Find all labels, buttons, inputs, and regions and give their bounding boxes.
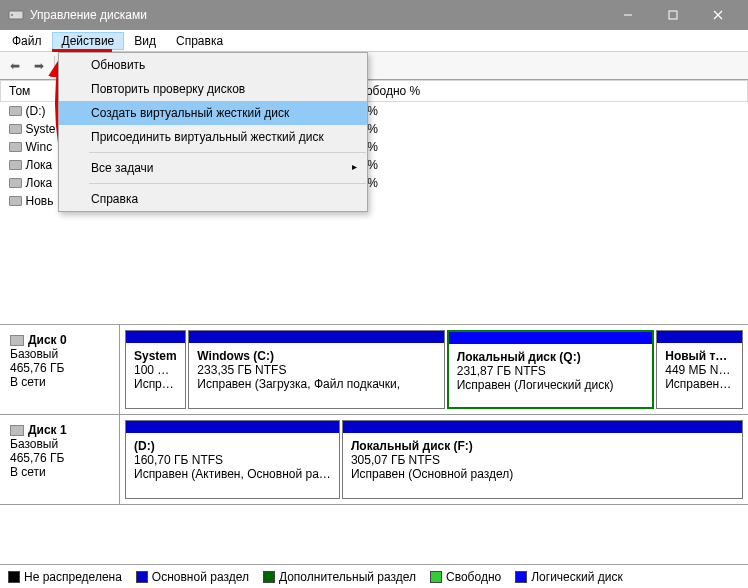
nav-forward-button[interactable]: ➡ [28,55,50,77]
dropdown-item-1[interactable]: Повторить проверку дисков [59,77,367,101]
partition-stripe [657,331,742,343]
window-title: Управление дисками [30,8,605,22]
partition[interactable]: Windows (C:)233,35 ГБ NTFSИсправен (Загр… [188,330,444,409]
volume-icon [9,196,22,206]
dropdown-separator [89,183,366,184]
toolbar-separator [54,56,55,76]
dropdown-item-5[interactable]: Все задачи [59,156,367,180]
dropdown-separator [89,152,366,153]
partition-stripe [449,332,653,344]
partition-stripe [189,331,443,343]
column-header[interactable]: Свободно % [343,81,748,102]
dropdown-item-3[interactable]: Присоединить виртуальный жесткий диск [59,125,367,149]
svg-point-1 [11,14,13,16]
volume-icon [9,160,22,170]
volume-icon [9,178,22,188]
titlebar[interactable]: Управление дисками [0,0,748,30]
dropdown-item-7[interactable]: Справка [59,187,367,211]
legend-item: Основной раздел [136,570,249,584]
menubar: ФайлДействиеВидСправка [0,30,748,52]
dropdown-item-0[interactable]: Обновить [59,53,367,77]
legend-swatch [430,571,442,583]
nav-back-button[interactable]: ⬅ [4,55,26,77]
partition[interactable]: Новый том (Z:)449 МБ NTFSИсправен (Осно [656,330,743,409]
close-button[interactable] [695,0,740,30]
disk-row: Диск 0Базовый465,76 ГБВ сетиSystem100 МБ… [0,325,748,415]
dropdown-item-2[interactable]: Создать виртуальный жесткий диск [59,101,367,125]
disks-pane[interactable]: Диск 0Базовый465,76 ГБВ сетиSystem100 МБ… [0,325,748,564]
volume-icon [9,106,22,116]
legend-swatch [136,571,148,583]
disk-info[interactable]: Диск 1Базовый465,76 ГБВ сети [0,415,120,504]
menu-item-1[interactable]: Действие [52,32,125,50]
partition[interactable]: System100 МБ NTFИсправен ( [125,330,186,409]
menu-item-0[interactable]: Файл [2,32,52,50]
legend-swatch [263,571,275,583]
disk-icon [10,335,24,346]
maximize-button[interactable] [650,0,695,30]
partition[interactable]: Локальный диск (Q:)231,87 ГБ NTFSИсправе… [447,330,655,409]
legend-swatch [8,571,20,583]
svg-rect-3 [669,11,677,19]
partition[interactable]: Локальный диск (F:)305,07 ГБ NTFSИсправе… [342,420,743,499]
disk-info[interactable]: Диск 0Базовый465,76 ГБВ сети [0,325,120,414]
disk-row: Диск 1Базовый465,76 ГБВ сети(D:)160,70 Г… [0,415,748,505]
legend-item: Дополнительный раздел [263,570,416,584]
minimize-button[interactable] [605,0,650,30]
menu-item-3[interactable]: Справка [166,32,233,50]
legend-swatch [515,571,527,583]
partition-stripe [126,331,185,343]
disk-icon [10,425,24,436]
app-icon [8,7,24,23]
volume-icon [9,142,22,152]
partition[interactable]: (D:)160,70 ГБ NTFSИсправен (Активен, Осн… [125,420,340,499]
legend-item: Свободно [430,570,501,584]
menu-item-2[interactable]: Вид [124,32,166,50]
partition-stripe [126,421,339,433]
legend-item: Не распределена [8,570,122,584]
volume-icon [9,124,22,134]
legend: Не распределенаОсновной разделДополнител… [0,564,748,588]
action-menu-dropdown[interactable]: ОбновитьПовторить проверку дисковСоздать… [58,52,368,212]
legend-item: Логический диск [515,570,623,584]
partition-stripe [343,421,742,433]
